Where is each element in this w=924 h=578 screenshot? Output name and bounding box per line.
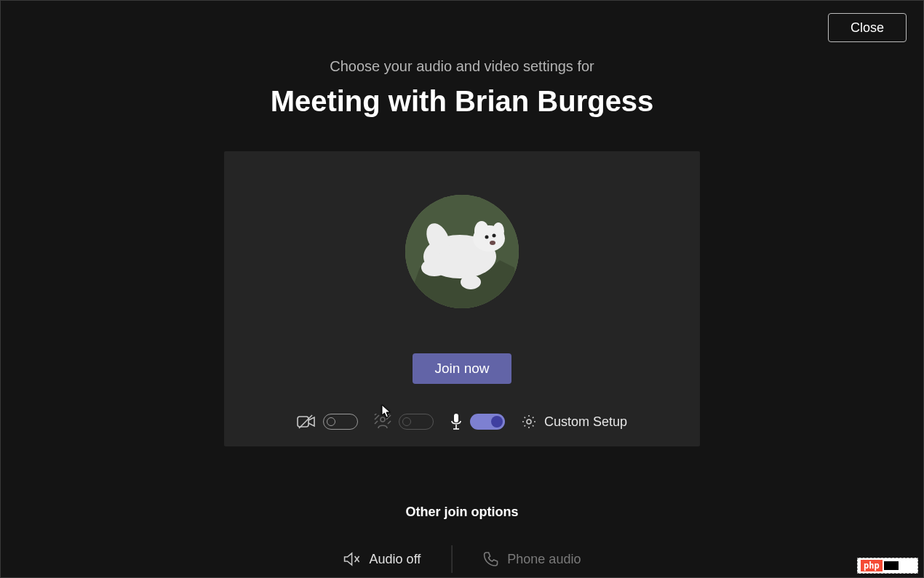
header: Choose your audio and video settings for… [0,58,924,118]
phone-audio-button[interactable]: Phone audio [452,544,611,574]
svg-line-15 [375,415,379,420]
camera-off-icon [297,414,316,430]
svg-rect-11 [298,417,308,427]
camera-control [297,414,358,430]
microphone-icon [450,413,463,430]
phone-icon [482,551,498,567]
speaker-off-icon [343,551,361,567]
close-button[interactable]: Close [828,13,907,42]
svg-line-16 [375,421,378,424]
other-options-row: Audio off Phone audio [313,544,612,574]
svg-point-6 [485,236,489,239]
camera-toggle[interactable] [323,414,358,430]
svg-point-8 [490,241,495,245]
other-options-heading: Other join options [0,505,924,520]
svg-line-19 [388,421,391,424]
svg-point-10 [461,275,481,289]
svg-point-23 [527,420,531,424]
watermark: php [857,558,918,574]
phone-audio-label: Phone audio [507,552,581,567]
meeting-title: Meeting with Brian Burgess [0,85,924,118]
watermark-text: php [861,560,883,571]
controls-row: Custom Setup [224,413,700,430]
svg-point-13 [381,417,385,422]
audio-off-button[interactable]: Audio off [313,544,452,574]
background-toggle[interactable] [399,414,434,430]
background-control [374,414,434,430]
audio-off-label: Audio off [370,552,421,567]
watermark-block [884,561,899,570]
gear-icon [521,414,537,430]
mic-control [450,413,505,430]
avatar [405,195,519,308]
preview-panel: Join now [224,151,700,446]
svg-line-18 [386,415,391,420]
custom-setup-link[interactable]: Custom Setup [521,414,627,430]
svg-point-7 [493,234,496,238]
custom-setup-label: Custom Setup [544,414,627,430]
mic-toggle[interactable] [470,414,505,430]
subtitle: Choose your audio and video settings for [0,58,924,75]
svg-point-2 [421,259,447,276]
svg-rect-20 [454,414,458,422]
join-now-button[interactable]: Join now [413,353,511,384]
svg-line-14 [375,414,378,415]
background-blur-icon [374,414,391,430]
